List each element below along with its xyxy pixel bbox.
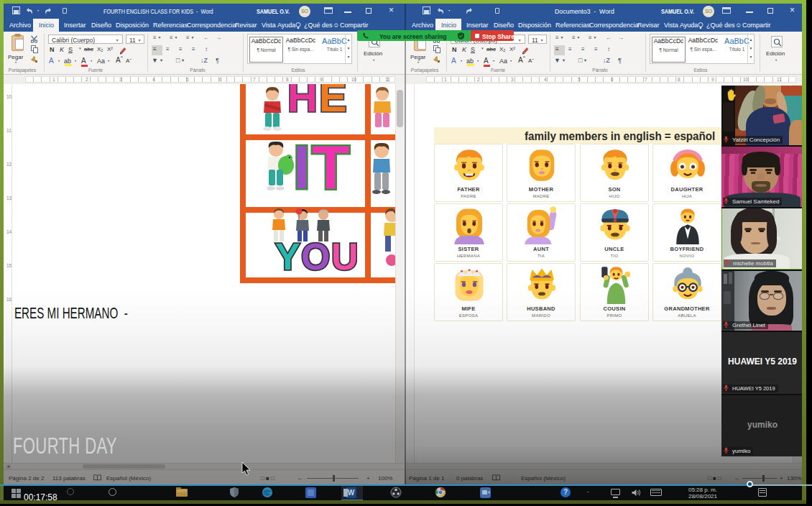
svg-text:Y: Y [275,236,300,274]
svg-text:H: H [287,84,318,117]
svg-text:T: T [312,141,350,193]
svg-text:I: I [293,141,310,193]
svg-text:E: E [319,84,347,117]
svg-text:O: O [301,236,330,274]
svg-text:U: U [331,236,357,274]
